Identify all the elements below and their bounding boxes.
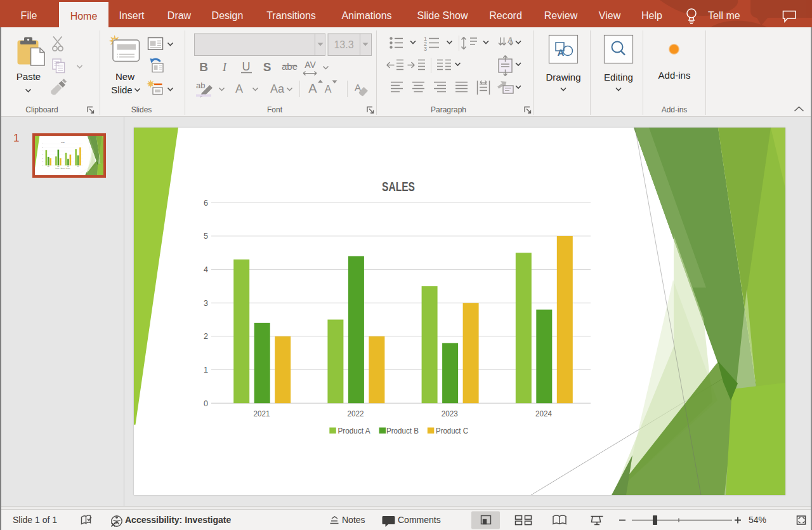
svg-text:A: A bbox=[235, 83, 243, 95]
svg-text:2: 2 bbox=[43, 158, 43, 159]
svg-text:A: A bbox=[308, 81, 317, 95]
svg-text:B: B bbox=[199, 60, 208, 74]
svg-text:4: 4 bbox=[43, 150, 43, 151]
svg-text:3: 3 bbox=[204, 299, 208, 308]
svg-text:2023: 2023 bbox=[442, 409, 458, 418]
svg-text:4: 4 bbox=[204, 265, 208, 274]
svg-text:Paste: Paste bbox=[16, 71, 41, 82]
svg-text:Add-ins: Add-ins bbox=[658, 70, 691, 81]
svg-text:abe: abe bbox=[282, 61, 298, 72]
svg-text:Product A: Product A bbox=[338, 426, 370, 435]
svg-text:0: 0 bbox=[43, 165, 43, 166]
svg-text:2024: 2024 bbox=[77, 166, 79, 167]
svg-text:Drawing: Drawing bbox=[546, 72, 580, 83]
svg-text:A: A bbox=[508, 36, 513, 45]
svg-text:0: 0 bbox=[204, 399, 208, 408]
svg-text:A: A bbox=[558, 47, 565, 58]
svg-text:6: 6 bbox=[204, 199, 208, 208]
svg-text:Product C: Product C bbox=[67, 168, 70, 169]
svg-text:5: 5 bbox=[204, 232, 208, 241]
svg-text:6: 6 bbox=[43, 143, 43, 144]
svg-text:1: 1 bbox=[204, 366, 208, 374]
svg-text:Product C: Product C bbox=[436, 426, 468, 435]
svg-text:3: 3 bbox=[43, 154, 43, 155]
svg-text:ab: ab bbox=[196, 81, 205, 90]
svg-text:2024: 2024 bbox=[535, 409, 552, 418]
svg-text:I: I bbox=[222, 60, 228, 74]
svg-text:AV: AV bbox=[304, 60, 316, 70]
svg-text:2022: 2022 bbox=[57, 166, 59, 167]
svg-text:New: New bbox=[115, 71, 134, 82]
svg-text:S: S bbox=[263, 60, 272, 74]
svg-text:SALES: SALES bbox=[382, 180, 415, 194]
svg-text:U: U bbox=[242, 60, 251, 73]
svg-text:SALES: SALES bbox=[61, 142, 65, 143]
svg-text:2021: 2021 bbox=[48, 166, 49, 167]
svg-text:Product A: Product A bbox=[56, 168, 60, 169]
svg-text:2: 2 bbox=[204, 332, 208, 341]
svg-text:Product B: Product B bbox=[62, 168, 65, 169]
svg-text:Aa: Aa bbox=[270, 83, 285, 95]
svg-text:2023: 2023 bbox=[67, 166, 69, 167]
svg-text:3: 3 bbox=[424, 46, 427, 52]
svg-text:Product B: Product B bbox=[386, 426, 419, 435]
svg-text:A: A bbox=[325, 84, 332, 95]
svg-text:1: 1 bbox=[43, 161, 43, 162]
svg-text:5: 5 bbox=[43, 147, 43, 148]
svg-text:2022: 2022 bbox=[348, 409, 364, 418]
svg-text:Slide: Slide bbox=[111, 84, 132, 95]
svg-text:Editing: Editing bbox=[604, 72, 633, 83]
svg-text:2021: 2021 bbox=[253, 409, 270, 418]
svg-text:13.3: 13.3 bbox=[334, 39, 353, 50]
